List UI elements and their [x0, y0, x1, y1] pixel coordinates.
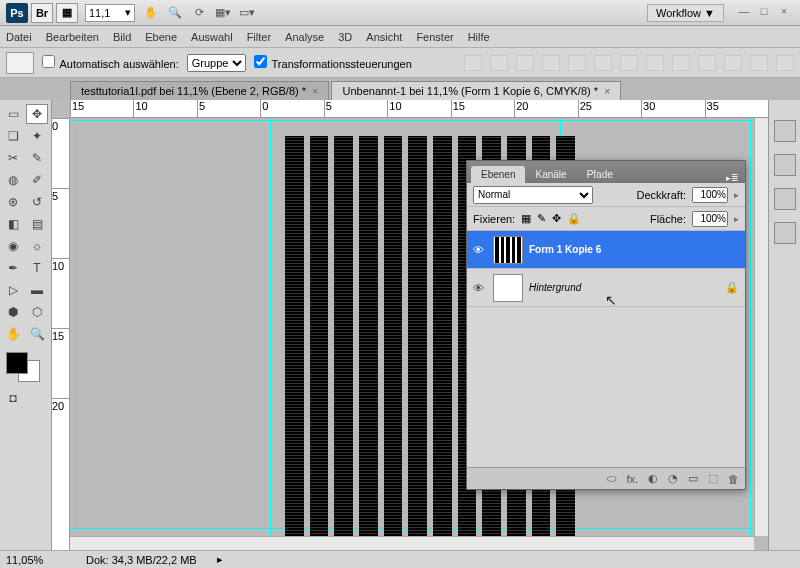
- marquee-tool[interactable]: ▭: [2, 104, 24, 124]
- photoshop-logo[interactable]: Ps: [6, 3, 28, 23]
- menu-bearbeiten[interactable]: Bearbeiten: [46, 31, 99, 43]
- lock-all-icon[interactable]: 🔒: [567, 212, 581, 225]
- menu-bild[interactable]: Bild: [113, 31, 131, 43]
- hand-tool[interactable]: ✋: [2, 324, 24, 344]
- wand-tool[interactable]: ✦: [26, 126, 48, 146]
- close-button[interactable]: ×: [776, 5, 792, 21]
- auto-select-checkbox[interactable]: Automatisch auswählen:: [42, 55, 179, 70]
- path-tool[interactable]: ▷: [2, 280, 24, 300]
- rotate-icon[interactable]: ⟳: [190, 4, 208, 22]
- hand-icon[interactable]: ✋: [142, 4, 160, 22]
- swatches-panel-icon[interactable]: [774, 120, 796, 142]
- tab-ebenen[interactable]: Ebenen: [471, 166, 525, 183]
- menu-hilfe[interactable]: Hilfe: [468, 31, 490, 43]
- auto-select-dropdown[interactable]: Gruppe: [187, 54, 246, 72]
- layer-name[interactable]: Form 1 Kopie 6: [529, 244, 601, 255]
- zoom-tool[interactable]: 🔍: [26, 324, 48, 344]
- minimize-button[interactable]: —: [736, 5, 752, 21]
- mask-icon[interactable]: ◐: [648, 472, 658, 485]
- blend-mode-select[interactable]: Normal: [473, 186, 593, 204]
- pen-tool[interactable]: ✒: [2, 258, 24, 278]
- color-swatches[interactable]: [2, 352, 48, 382]
- minibridge-button[interactable]: ▦: [56, 3, 78, 23]
- tab-pfade[interactable]: Pfade: [577, 166, 623, 183]
- status-zoom[interactable]: 11,05%: [6, 554, 66, 566]
- visibility-icon[interactable]: 👁: [473, 282, 487, 294]
- status-docsize[interactable]: Dok: 34,3 MB/22,2 MB: [86, 554, 197, 566]
- fx-icon[interactable]: fx.: [626, 473, 638, 485]
- zoom-icon[interactable]: 🔍: [166, 4, 184, 22]
- move-tool[interactable]: ✥: [26, 104, 48, 124]
- 3d-tool[interactable]: ⬢: [2, 302, 24, 322]
- guide[interactable]: [750, 118, 751, 536]
- eyedropper-tool[interactable]: ✎: [26, 148, 48, 168]
- link-layers-icon[interactable]: ⬭: [607, 472, 616, 485]
- panel-menu-icon[interactable]: ▸≣: [720, 173, 745, 183]
- workspace-selector[interactable]: Workflow ▼: [647, 4, 724, 22]
- opacity-arrow-icon[interactable]: ▸: [734, 190, 739, 200]
- opacity-input[interactable]: [692, 187, 728, 203]
- zoom-input[interactable]: 11,1▾: [85, 4, 135, 22]
- type-tool[interactable]: T: [26, 258, 48, 278]
- lock-position-icon[interactable]: ✥: [552, 212, 561, 225]
- guide[interactable]: [75, 118, 76, 536]
- menu-fenster[interactable]: Fenster: [416, 31, 453, 43]
- transform-checkbox[interactable]: Transformationssteuerungen: [254, 55, 412, 70]
- close-tab-icon[interactable]: ×: [604, 85, 610, 97]
- lasso-tool[interactable]: ❑: [2, 126, 24, 146]
- layer-thumbnail[interactable]: [493, 236, 523, 264]
- foreground-color[interactable]: [6, 352, 28, 374]
- eraser-tool[interactable]: ◧: [2, 214, 24, 234]
- guide[interactable]: [70, 120, 754, 121]
- ruler-horizontal[interactable]: 1510505101520253035: [70, 100, 768, 118]
- arrange-icon[interactable]: ▦▾: [214, 4, 232, 22]
- lock-pixel-icon[interactable]: ✎: [537, 212, 546, 225]
- menu-ansicht[interactable]: Ansicht: [366, 31, 402, 43]
- layer-row[interactable]: 👁 Form 1 Kopie 6: [467, 231, 745, 269]
- layer-thumbnail[interactable]: [493, 274, 523, 302]
- group-icon[interactable]: ▭: [688, 472, 698, 485]
- menu-ebene[interactable]: Ebene: [145, 31, 177, 43]
- fill-arrow-icon[interactable]: ▸: [734, 214, 739, 224]
- menu-3d[interactable]: 3D: [338, 31, 352, 43]
- menu-filter[interactable]: Filter: [247, 31, 271, 43]
- blur-tool[interactable]: ◉: [2, 236, 24, 256]
- menu-auswahl[interactable]: Auswahl: [191, 31, 233, 43]
- tab-kanaele[interactable]: Kanäle: [525, 166, 576, 183]
- scrollbar-horizontal[interactable]: [70, 536, 754, 550]
- camera-panel-icon[interactable]: [774, 222, 796, 244]
- 3d-camera-tool[interactable]: ⬡: [26, 302, 48, 322]
- styles-panel-icon[interactable]: [774, 154, 796, 176]
- dodge-tool[interactable]: ☼: [26, 236, 48, 256]
- adjustments-panel-icon[interactable]: [774, 188, 796, 210]
- menu-analyse[interactable]: Analyse: [285, 31, 324, 43]
- screenmode-icon[interactable]: ▭▾: [238, 4, 256, 22]
- scrollbar-vertical[interactable]: [754, 118, 768, 536]
- move-tool-icon[interactable]: [6, 52, 34, 74]
- guide[interactable]: [270, 118, 271, 536]
- new-layer-icon[interactable]: ⬚: [708, 472, 718, 485]
- trash-icon[interactable]: 🗑: [728, 473, 739, 485]
- fill-input[interactable]: [692, 211, 728, 227]
- maximize-button[interactable]: □: [756, 5, 772, 21]
- ruler-vertical[interactable]: 05101520: [52, 118, 70, 550]
- healing-tool[interactable]: ◍: [2, 170, 24, 190]
- quickmask-tool[interactable]: ◘: [2, 388, 24, 408]
- document-tab[interactable]: Unbenannt-1 bei 11,1% (Form 1 Kopie 6, C…: [331, 81, 621, 100]
- history-brush-tool[interactable]: ↺: [26, 192, 48, 212]
- shape-tool[interactable]: ▬: [26, 280, 48, 300]
- adjustment-icon[interactable]: ◔: [668, 472, 678, 485]
- visibility-icon[interactable]: 👁: [473, 244, 487, 256]
- crop-tool[interactable]: ✂: [2, 148, 24, 168]
- menu-datei[interactable]: Datei: [6, 31, 32, 43]
- bridge-button[interactable]: Br: [31, 3, 53, 23]
- layers-panel[interactable]: Ebenen Kanäle Pfade ▸≣ Normal Deckkraft:…: [466, 160, 746, 490]
- document-tab[interactable]: testtutoria1l.pdf bei 11,1% (Ebene 2, RG…: [70, 81, 329, 100]
- gradient-tool[interactable]: ▤: [26, 214, 48, 234]
- stamp-tool[interactable]: ⊛: [2, 192, 24, 212]
- lock-transparency-icon[interactable]: ▦: [521, 212, 531, 225]
- status-arrow-icon[interactable]: ▸: [217, 553, 223, 566]
- brush-tool[interactable]: ✐: [26, 170, 48, 190]
- layer-row[interactable]: 👁 Hintergrund 🔒: [467, 269, 745, 307]
- close-tab-icon[interactable]: ×: [312, 85, 318, 97]
